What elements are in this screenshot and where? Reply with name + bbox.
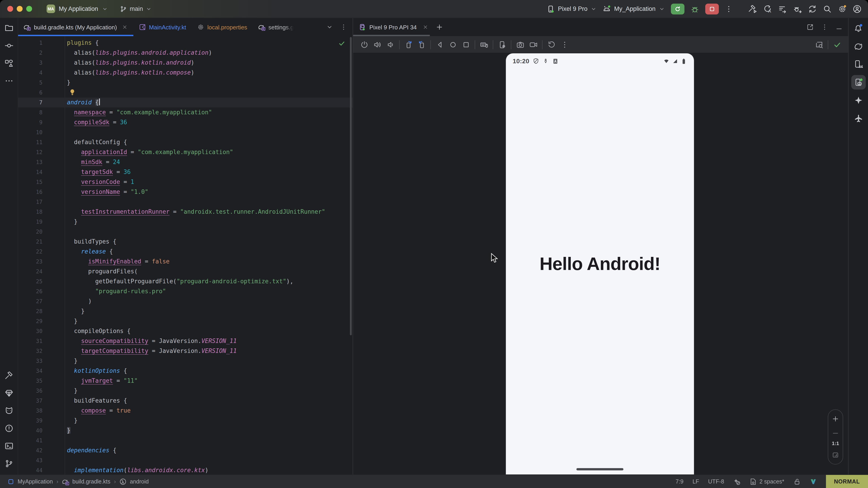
device-manager-icon[interactable] xyxy=(854,60,863,69)
code-line[interactable]: 10 xyxy=(18,127,352,137)
line-number[interactable]: 35 xyxy=(18,376,42,386)
project-tool-icon[interactable] xyxy=(4,24,13,33)
zoom-window-button[interactable] xyxy=(26,6,32,12)
running-devices-tool-button[interactable] xyxy=(851,75,866,90)
code-line[interactable]: 20 xyxy=(18,227,352,237)
code-line[interactable]: 32 targetCompatibility = JavaVersion.VER… xyxy=(18,346,352,356)
code-line[interactable]: 6 xyxy=(18,88,352,98)
sync-project-button[interactable] xyxy=(808,4,817,13)
hidden-tabs-chevron-icon[interactable] xyxy=(326,24,333,31)
vim-mode-badge[interactable]: NORMAL xyxy=(826,475,868,488)
line-number[interactable]: 41 xyxy=(18,435,42,446)
line-separator-widget[interactable]: LF xyxy=(692,478,699,485)
code-line[interactable]: 29 } xyxy=(18,316,352,326)
problems-icon[interactable] xyxy=(4,424,13,433)
line-number[interactable]: 16 xyxy=(18,187,42,197)
line-number[interactable]: 7 xyxy=(18,98,42,107)
gemini-icon[interactable] xyxy=(854,96,863,105)
code-line[interactable]: 17 xyxy=(18,197,352,207)
line-number[interactable]: 9 xyxy=(18,118,42,127)
tab-scrollbar[interactable] xyxy=(353,35,430,36)
minimize-window-button[interactable] xyxy=(17,6,23,12)
line-number[interactable]: 34 xyxy=(18,366,42,376)
line-number[interactable]: 31 xyxy=(18,336,42,346)
code-line[interactable]: 25 getDefaultProguardFile("proguard-andr… xyxy=(18,276,352,287)
commit-tool-icon[interactable] xyxy=(4,41,13,50)
line-number[interactable]: 29 xyxy=(18,316,42,326)
overview-button[interactable] xyxy=(459,38,472,51)
power-button[interactable] xyxy=(358,38,371,51)
code-line[interactable]: 3 alias(libs.plugins.kotlin.android) xyxy=(18,58,352,68)
editor-scrollbar[interactable] xyxy=(350,37,352,335)
gradle-tool-icon[interactable] xyxy=(854,41,863,51)
breadcrumb[interactable]: build.gradle.kts xyxy=(62,478,110,485)
line-number[interactable]: 39 xyxy=(18,416,42,426)
debug-button[interactable] xyxy=(690,4,700,13)
caret-position-widget[interactable]: 7:9 xyxy=(676,478,684,485)
line-number[interactable]: 38 xyxy=(18,406,42,416)
code-editor[interactable]: 1plugins {2 alias(libs.plugins.android.a… xyxy=(18,36,352,475)
panel-options-icon[interactable] xyxy=(821,24,828,31)
line-number[interactable]: 36 xyxy=(18,386,42,396)
code-line[interactable]: 12 applicationId = "com.example.myapplic… xyxy=(18,147,352,157)
tab-mainactivity[interactable]: MainActivity.kt xyxy=(133,18,191,36)
device-tab[interactable]: Pixel 9 Pro API 34 xyxy=(359,24,429,31)
code-line[interactable]: 27 ) xyxy=(18,296,352,306)
zoom-1to1-button[interactable]: 1:1 xyxy=(832,441,839,446)
code-line[interactable]: 19 } xyxy=(18,217,352,227)
code-line[interactable]: 18 testInstrumentationRunner = "androidx… xyxy=(18,207,352,217)
line-number[interactable]: 40 xyxy=(18,426,42,435)
line-number[interactable]: 42 xyxy=(18,446,42,455)
version-control-icon[interactable] xyxy=(4,459,13,468)
apply-code-changes-button[interactable] xyxy=(778,4,787,13)
code-line[interactable]: 41 xyxy=(18,435,352,446)
line-number[interactable]: 19 xyxy=(18,217,42,227)
more-tool-windows-icon[interactable] xyxy=(4,76,13,86)
tab-local-properties[interactable]: local.properties xyxy=(191,18,252,36)
indent-widget[interactable]: 2 spaces* xyxy=(749,478,784,485)
reset-button[interactable] xyxy=(545,38,558,51)
code-line[interactable]: 31 sourceCompatibility = JavaVersion.VER… xyxy=(18,336,352,346)
stop-button[interactable] xyxy=(705,3,719,14)
code-line[interactable]: 24 proguardFiles( xyxy=(18,267,352,276)
code-line[interactable]: 11 defaultConfig { xyxy=(18,137,352,147)
device-screen[interactable]: 10:20 Hello Android! xyxy=(506,53,694,475)
inspections-ok-icon[interactable] xyxy=(338,40,345,47)
build-tool-icon[interactable] xyxy=(4,371,13,380)
code-line[interactable]: 23 isMinifyEnabled = false xyxy=(18,257,352,267)
line-number[interactable]: 13 xyxy=(18,157,42,167)
line-number[interactable]: 18 xyxy=(18,207,42,217)
screen-search-icon[interactable] xyxy=(812,38,826,51)
code-line[interactable]: 1plugins { xyxy=(18,38,352,48)
run-configuration-selector[interactable]: My_Application xyxy=(603,5,665,13)
close-icon[interactable] xyxy=(121,24,128,30)
line-number[interactable]: 2 xyxy=(18,48,42,58)
code-line[interactable]: 8 namespace = "com.example.myapplication… xyxy=(18,107,352,118)
profile-avatar-icon[interactable] xyxy=(852,4,862,13)
code-line[interactable]: 26 "proguard-rules.pro" xyxy=(18,287,352,296)
line-number[interactable]: 28 xyxy=(18,306,42,316)
line-number[interactable]: 30 xyxy=(18,326,42,336)
gesture-navigation-pill[interactable] xyxy=(577,468,623,470)
plane-icon[interactable] xyxy=(854,114,863,123)
line-number[interactable]: 22 xyxy=(18,247,42,257)
encoding-widget[interactable]: UTF-8 xyxy=(708,478,724,485)
open-in-window-icon[interactable] xyxy=(807,24,814,31)
code-line[interactable]: 38 compose = true xyxy=(18,406,352,416)
terminal-icon[interactable] xyxy=(4,442,13,451)
screenshot-button[interactable] xyxy=(514,38,527,51)
ideavim-icon[interactable] xyxy=(809,478,817,485)
line-number[interactable]: 4 xyxy=(18,68,42,78)
code-line[interactable]: 37 buildFeatures { xyxy=(18,396,352,406)
line-number[interactable]: 17 xyxy=(18,197,42,207)
volume-up-button[interactable] xyxy=(371,38,384,51)
intention-bulb-icon[interactable] xyxy=(69,89,76,96)
close-icon[interactable] xyxy=(422,24,429,30)
tab-options-icon[interactable] xyxy=(340,24,347,31)
code-line[interactable]: 13 minSdk = 24 xyxy=(18,157,352,167)
line-number[interactable]: 20 xyxy=(18,227,42,237)
hide-panel-icon[interactable] xyxy=(835,24,843,31)
line-number[interactable]: 1 xyxy=(18,38,42,48)
tab-build-gradle[interactable]: build.gradle.kts (My Application) xyxy=(18,18,133,36)
more-actions-icon[interactable] xyxy=(725,5,733,13)
